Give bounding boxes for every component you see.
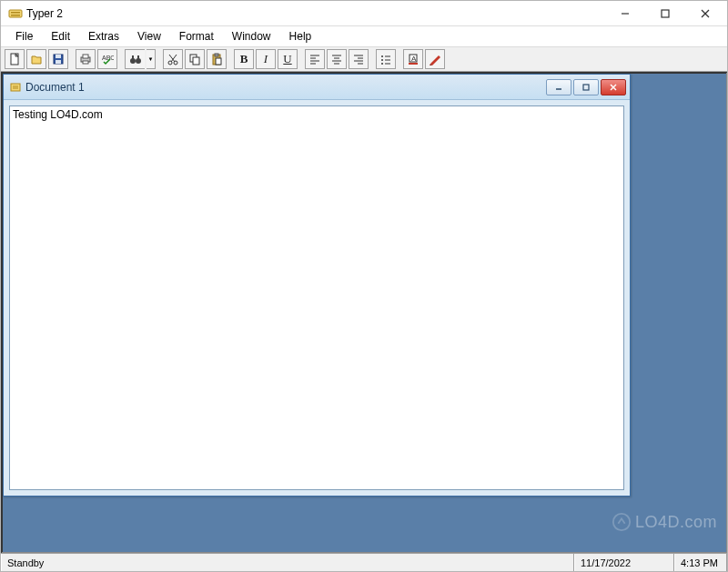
- titlebar: Typer 2: [1, 1, 727, 26]
- svg-point-21: [168, 61, 172, 65]
- paste-button[interactable]: [207, 49, 227, 69]
- save-button[interactable]: [48, 49, 68, 69]
- statusbar: Standby 11/17/2022 4:13 PM: [1, 553, 727, 571]
- svg-rect-48: [409, 63, 418, 65]
- mdi-client-area: Document 1 LO4D.co: [1, 72, 727, 553]
- pen-icon: [429, 53, 441, 65]
- menubar: File Edit Extras View Format Window Help: [1, 26, 727, 46]
- toolbar: ABC ▼ B: [1, 46, 727, 72]
- cut-icon: [167, 53, 179, 65]
- svg-rect-18: [137, 55, 139, 60]
- align-left-icon: [308, 53, 321, 65]
- document-textarea[interactable]: [9, 105, 624, 490]
- menu-edit[interactable]: Edit: [42, 28, 79, 45]
- italic-icon: I: [264, 52, 268, 66]
- pen-button[interactable]: [425, 49, 445, 69]
- bold-icon: B: [240, 52, 248, 66]
- svg-point-42: [381, 59, 383, 61]
- paste-icon: [210, 53, 223, 65]
- spellcheck-button[interactable]: ABC: [97, 49, 117, 69]
- align-right-icon: [352, 53, 365, 65]
- document-maximize-button[interactable]: [573, 79, 599, 95]
- document-minimize-button[interactable]: [546, 79, 571, 95]
- italic-button[interactable]: I: [256, 49, 276, 69]
- document-body: [4, 100, 630, 496]
- svg-rect-13: [83, 61, 88, 64]
- document-titlebar[interactable]: Document 1: [4, 75, 630, 100]
- find-button[interactable]: [125, 49, 145, 69]
- status-date: 11/17/2022: [574, 554, 674, 571]
- underline-icon: U: [283, 52, 291, 66]
- svg-rect-9: [56, 55, 61, 58]
- open-folder-icon: [30, 53, 43, 65]
- watermark: LO4D.com: [612, 512, 717, 532]
- svg-text:ABC: ABC: [102, 55, 114, 61]
- document-title: Document 1: [22, 81, 546, 94]
- binoculars-icon: [129, 53, 142, 65]
- bullets-icon: [379, 53, 392, 65]
- svg-rect-10: [56, 60, 61, 64]
- svg-text:A: A: [411, 55, 417, 63]
- menu-view[interactable]: View: [128, 28, 170, 45]
- watermark-text: LO4D.com: [635, 513, 717, 532]
- minimize-button[interactable]: [605, 2, 645, 25]
- print-button[interactable]: [76, 49, 96, 69]
- svg-marker-49: [430, 55, 440, 65]
- menu-file[interactable]: File: [6, 28, 42, 45]
- copy-button[interactable]: [185, 49, 205, 69]
- svg-rect-26: [215, 54, 218, 56]
- new-button[interactable]: [5, 49, 25, 69]
- save-disk-icon: [52, 53, 65, 65]
- svg-rect-12: [83, 55, 88, 58]
- maximize-button[interactable]: [645, 2, 685, 25]
- menu-extras[interactable]: Extras: [79, 28, 128, 45]
- align-left-button[interactable]: [305, 49, 325, 69]
- bold-button[interactable]: B: [234, 49, 254, 69]
- print-icon: [79, 53, 92, 65]
- find-dropdown[interactable]: ▼: [147, 49, 156, 69]
- status-time: 4:13 PM: [674, 554, 727, 571]
- svg-rect-0: [9, 10, 22, 17]
- svg-rect-55: [583, 85, 589, 90]
- align-center-icon: [330, 53, 343, 65]
- svg-rect-17: [132, 55, 134, 60]
- status-text: Standby: [1, 554, 574, 571]
- svg-rect-27: [216, 58, 221, 65]
- app-title: Typer 2: [23, 7, 605, 20]
- window-controls: [605, 2, 725, 25]
- document-window: Document 1: [3, 74, 631, 497]
- svg-point-58: [613, 514, 630, 530]
- copy-icon: [188, 53, 201, 65]
- menu-help[interactable]: Help: [280, 28, 321, 45]
- svg-rect-2: [11, 15, 20, 16]
- svg-rect-4: [662, 10, 669, 17]
- close-button[interactable]: [685, 2, 725, 25]
- align-center-button[interactable]: [327, 49, 347, 69]
- spellcheck-icon: ABC: [101, 53, 114, 65]
- highlight-color-icon: A: [407, 53, 420, 65]
- menu-format[interactable]: Format: [170, 28, 223, 45]
- typer-app-icon: [8, 6, 23, 21]
- menu-window[interactable]: Window: [223, 28, 280, 45]
- cut-button[interactable]: [163, 49, 183, 69]
- bullets-button[interactable]: [376, 49, 396, 69]
- document-close-button[interactable]: [601, 79, 626, 95]
- highlight-color-button[interactable]: A: [403, 49, 423, 69]
- svg-point-22: [174, 61, 177, 65]
- svg-rect-24: [193, 57, 199, 65]
- document-window-controls: [546, 79, 626, 95]
- app-window: Typer 2 File Edit Extras View Format Win…: [0, 0, 728, 572]
- new-file-icon: [8, 53, 21, 65]
- svg-point-44: [381, 63, 383, 65]
- open-button[interactable]: [26, 49, 46, 69]
- svg-point-40: [381, 55, 383, 57]
- underline-button[interactable]: U: [278, 49, 298, 69]
- svg-rect-1: [11, 12, 20, 14]
- document-icon: [9, 81, 22, 94]
- svg-rect-51: [11, 84, 20, 91]
- align-right-button[interactable]: [349, 49, 369, 69]
